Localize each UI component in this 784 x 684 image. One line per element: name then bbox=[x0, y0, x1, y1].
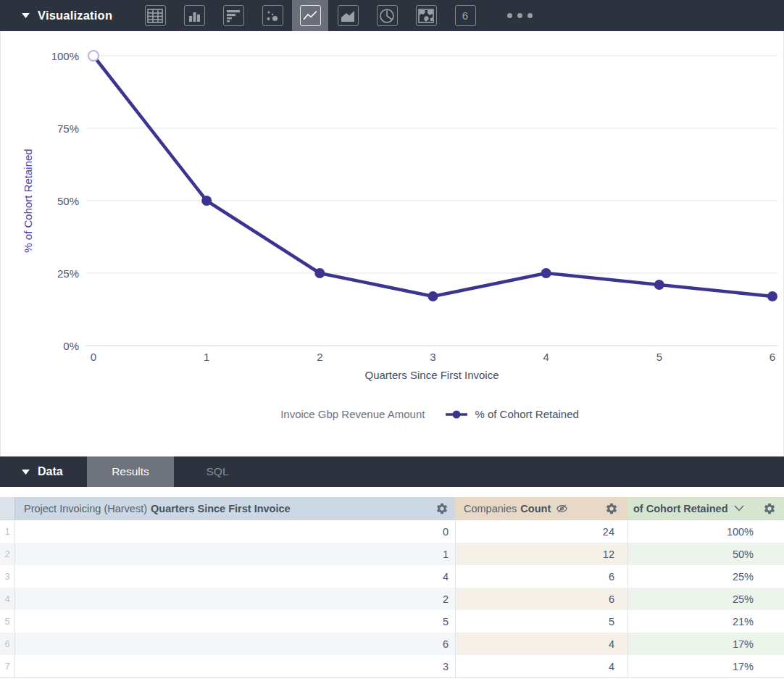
row-number: 2 bbox=[0, 543, 14, 565]
table-row: 66417% bbox=[0, 633, 784, 655]
row-number: 7 bbox=[0, 655, 14, 677]
column-field-name: Quarters Since First Invoice bbox=[151, 503, 291, 514]
caret-down-icon bbox=[22, 470, 30, 475]
chart-type-scatter[interactable] bbox=[253, 0, 292, 31]
cell-quarters-since-first-invoice[interactable]: 6 bbox=[14, 633, 455, 655]
cell-percent-of-cohort-retained[interactable]: 100% bbox=[627, 520, 784, 543]
y-tick-label: 75% bbox=[22, 122, 79, 135]
x-tick-label: 5 bbox=[656, 351, 662, 363]
cell-percent-of-cohort-retained[interactable]: 17% bbox=[627, 655, 784, 677]
cohort-retention-chart: 100%75%50%25%0% 0123456 % of Cohort Reta… bbox=[0, 31, 784, 456]
chevron-down-icon[interactable] bbox=[734, 505, 744, 512]
column-header-companies[interactable]: Companies Count bbox=[455, 497, 627, 520]
chart-type-area[interactable] bbox=[328, 0, 367, 31]
x-tick-label: 6 bbox=[770, 351, 775, 363]
chart-legend: Invoice Gbp Revenue Amount % of Cohort R… bbox=[38, 408, 784, 420]
data-title: Data bbox=[38, 465, 63, 478]
visualization-section-toggle[interactable]: Visualization bbox=[0, 0, 135, 31]
more-options-button[interactable] bbox=[498, 0, 541, 31]
cell-percent-of-cohort-retained[interactable]: 21% bbox=[627, 610, 784, 633]
visualization-toolbar: Visualization 6 bbox=[0, 0, 784, 31]
cell-percent-of-cohort-retained[interactable]: 25% bbox=[627, 588, 784, 610]
row-chart-icon bbox=[223, 5, 244, 26]
chart-type-line[interactable] bbox=[292, 0, 328, 31]
cell-quarters-since-first-invoice[interactable]: 4 bbox=[14, 565, 455, 588]
data-point[interactable] bbox=[88, 51, 99, 61]
cell-companies-count[interactable]: 5 bbox=[455, 610, 627, 633]
number-icon: 6 bbox=[455, 5, 476, 26]
x-tick-label: 4 bbox=[543, 351, 549, 363]
x-axis-label: Quarters Since First Invoice bbox=[80, 369, 783, 381]
table-row: 34625% bbox=[0, 565, 784, 588]
cell-companies-count[interactable]: 6 bbox=[455, 565, 627, 588]
x-tick-label: 1 bbox=[204, 351, 209, 363]
column-table-prefix: Companies bbox=[464, 503, 517, 514]
table-row: 211250% bbox=[0, 543, 784, 565]
area-chart-icon bbox=[338, 5, 359, 26]
line-series-marker-icon bbox=[445, 410, 468, 419]
gear-icon[interactable] bbox=[605, 502, 618, 515]
row-number: 1 bbox=[0, 520, 14, 543]
cell-percent-of-cohort-retained[interactable]: 17% bbox=[627, 633, 784, 655]
chart-type-pie[interactable] bbox=[367, 0, 406, 31]
gear-icon[interactable] bbox=[763, 502, 776, 515]
pie-chart-icon bbox=[377, 5, 398, 26]
cell-companies-count[interactable]: 12 bbox=[455, 543, 627, 565]
cell-quarters-since-first-invoice[interactable]: 2 bbox=[14, 588, 455, 610]
row-number-header bbox=[0, 497, 14, 520]
line-chart-icon bbox=[300, 5, 321, 26]
chart-type-row[interactable] bbox=[214, 0, 253, 31]
row-number: 6 bbox=[0, 633, 14, 655]
results-table-header: Project Invoicing (Harvest) Quarters Sin… bbox=[0, 497, 784, 520]
data-point[interactable] bbox=[201, 196, 212, 206]
cell-quarters-since-first-invoice[interactable]: 1 bbox=[14, 543, 455, 565]
chart-type-bar[interactable] bbox=[175, 0, 214, 31]
row-number: 4 bbox=[0, 588, 14, 610]
x-tick-label: 3 bbox=[430, 351, 435, 363]
column-header-retained[interactable]: of Cohort Retained bbox=[627, 497, 784, 520]
data-point[interactable] bbox=[767, 291, 777, 301]
data-point[interactable] bbox=[314, 268, 325, 278]
chart-type-table[interactable] bbox=[135, 0, 175, 31]
table-row: 1024100% bbox=[0, 520, 784, 543]
tab-sql[interactable]: SQL bbox=[174, 456, 261, 487]
data-point[interactable] bbox=[541, 268, 551, 278]
number-icon-digit: 6 bbox=[462, 10, 468, 21]
column-header-quarters[interactable]: Project Invoicing (Harvest) Quarters Sin… bbox=[14, 497, 455, 520]
table-row: 42625% bbox=[0, 588, 784, 610]
map-icon bbox=[416, 5, 437, 26]
y-tick-label: 100% bbox=[22, 50, 79, 62]
cohort-chart-svg[interactable] bbox=[1, 31, 784, 456]
cell-quarters-since-first-invoice[interactable]: 5 bbox=[14, 610, 455, 633]
caret-down-icon bbox=[22, 13, 30, 18]
column-field-name: of Cohort Retained bbox=[633, 503, 728, 514]
legend-item-revenue[interactable]: Invoice Gbp Revenue Amount bbox=[280, 408, 425, 420]
row-number: 5 bbox=[0, 610, 14, 633]
data-section-toggle[interactable]: Data bbox=[0, 456, 87, 487]
cell-companies-count[interactable]: 4 bbox=[455, 655, 627, 677]
cell-percent-of-cohort-retained[interactable]: 25% bbox=[627, 565, 784, 588]
cell-companies-count[interactable]: 24 bbox=[455, 520, 627, 543]
chart-type-map[interactable] bbox=[406, 0, 446, 31]
bar-chart-icon bbox=[184, 5, 205, 26]
cell-companies-count[interactable]: 4 bbox=[455, 633, 627, 655]
x-tick-label: 2 bbox=[317, 351, 322, 363]
table-icon bbox=[145, 5, 166, 26]
column-table-prefix: Project Invoicing (Harvest) bbox=[24, 503, 147, 514]
data-point[interactable] bbox=[654, 280, 664, 290]
cell-companies-count[interactable]: 6 bbox=[455, 588, 627, 610]
cell-percent-of-cohort-retained[interactable]: 50% bbox=[627, 543, 784, 565]
legend-item-cohort[interactable]: % of Cohort Retained bbox=[445, 408, 578, 420]
table-row: 55521% bbox=[0, 610, 784, 633]
data-point[interactable] bbox=[428, 291, 438, 301]
visualization-title: Visualization bbox=[38, 9, 112, 22]
cohort-retained-line[interactable] bbox=[93, 56, 772, 296]
gear-icon[interactable] bbox=[435, 502, 449, 515]
scatter-icon bbox=[262, 5, 283, 26]
tab-results[interactable]: Results bbox=[87, 456, 174, 487]
legend-label: % of Cohort Retained bbox=[475, 408, 578, 420]
chart-type-number[interactable]: 6 bbox=[446, 0, 485, 31]
cell-quarters-since-first-invoice[interactable]: 3 bbox=[14, 655, 455, 677]
eye-crossed-icon[interactable] bbox=[556, 504, 568, 514]
cell-quarters-since-first-invoice[interactable]: 0 bbox=[14, 520, 455, 543]
